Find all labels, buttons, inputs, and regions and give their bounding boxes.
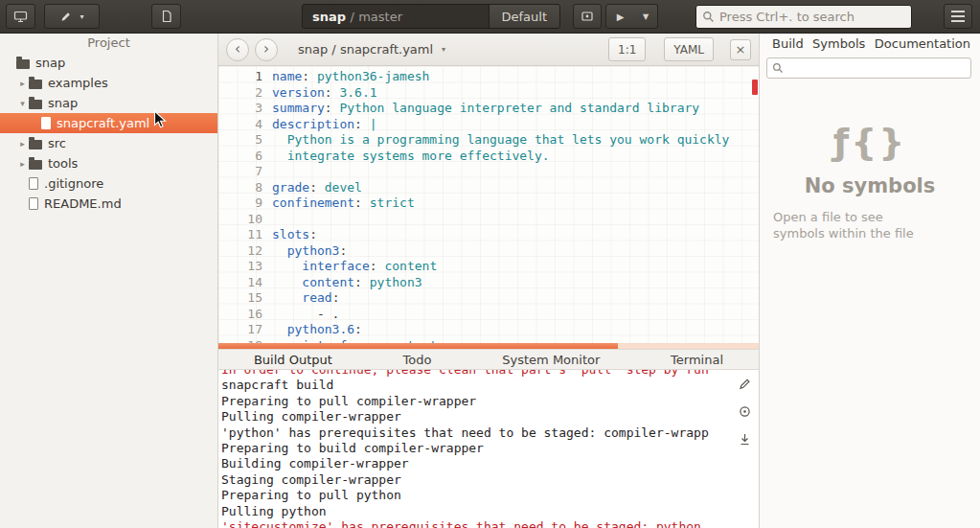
output-line: Pulling python <box>221 504 730 519</box>
output-line: Preparing to pull compiler-wrapper <box>221 394 730 409</box>
build-output-panel[interactable]: In order to continue, please clean that … <box>218 370 759 528</box>
line-number: 1 <box>218 69 262 85</box>
nav-back-button[interactable]: ‹ <box>226 38 249 61</box>
open-file-dropdown[interactable]: snap / snapcraft.yaml ▾ <box>289 38 454 60</box>
output-line: 'python' has prerequisites that need to … <box>221 425 730 441</box>
line-number: 4 <box>218 117 262 133</box>
chevron-down-icon: ▾ <box>80 12 83 21</box>
tree-item-snap[interactable]: snap <box>0 53 217 73</box>
tree-item--gitignore[interactable]: .gitignore <box>0 173 217 194</box>
code-line: summary: Python language interpreter and… <box>272 101 749 117</box>
symbols-search-input[interactable] <box>788 61 966 76</box>
code-line: content: python3 <box>272 275 749 291</box>
symbols-panel: BuildSymbolsDocumentation ƒ{} No symbols… <box>759 34 980 528</box>
tab-symbols[interactable]: Symbols <box>812 36 865 51</box>
search-icon <box>772 62 784 74</box>
display-icon <box>13 11 28 23</box>
file-tree: snap▸examples▾snapsnapcraft.yaml▸src▸too… <box>0 53 217 214</box>
run-button[interactable]: ▶ <box>605 4 635 29</box>
tab-todo[interactable]: Todo <box>398 353 438 367</box>
tree-item-tools[interactable]: ▸tools <box>0 153 217 173</box>
code-content[interactable]: name: python36-jameshversion: 3.6.1summa… <box>272 69 749 343</box>
workspace-button[interactable] <box>6 4 35 29</box>
bottom-panel-tabs: Build OutputTodoSystem MonitorTerminal <box>218 349 759 370</box>
tree-item-examples[interactable]: ▸examples <box>0 73 217 93</box>
symbols-search[interactable] <box>766 57 971 79</box>
editor-tabbar: ‹ › snap / snapcraft.yaml ▾ 1:1 YAML × <box>218 34 759 66</box>
chevron-down-icon: ▾ <box>442 45 445 54</box>
sidebar-title: Project <box>0 34 217 51</box>
output-line: Pulling compiler-wrapper <box>221 409 730 425</box>
save-log-button[interactable] <box>737 431 752 447</box>
folder-icon <box>29 160 42 170</box>
device-selector-button[interactable] <box>573 4 602 29</box>
project-name: snap <box>312 10 346 24</box>
tab-build-output[interactable]: Build Output <box>248 353 338 367</box>
output-line: snapcraft build <box>221 378 730 393</box>
omnibar[interactable]: snap / master Default <box>302 4 560 29</box>
symbols-empty-state: ƒ{} No symbols Open a file to see symbol… <box>760 121 980 241</box>
output-line: Preparing to pull python <box>221 488 730 503</box>
build-output-text: In order to continue, please clean that … <box>221 370 730 528</box>
run-options-button[interactable]: ▼ <box>634 4 658 29</box>
record-button[interactable] <box>737 403 752 419</box>
menu-button[interactable] <box>944 4 972 29</box>
code-line: description: | <box>272 117 749 133</box>
download-icon <box>738 432 752 447</box>
global-search-input[interactable] <box>719 10 905 24</box>
pencil-icon <box>59 11 72 23</box>
nav-forward-button[interactable]: › <box>255 38 278 61</box>
chevron-right-icon[interactable]: ▸ <box>16 139 29 149</box>
chevron-down-icon[interactable]: ▾ <box>16 99 29 108</box>
code-line: python3: <box>272 243 749 260</box>
tab-build[interactable]: Build <box>772 36 804 51</box>
tree-item-src[interactable]: ▸src <box>0 133 217 153</box>
file-icon <box>29 197 38 210</box>
code-line: version: 3.6.1 <box>272 85 749 102</box>
chevron-down-icon: ▼ <box>643 12 649 21</box>
tree-item-label: tools <box>48 156 78 171</box>
tree-item-label: examples <box>48 76 108 90</box>
tree-item-label: snapcraft.yaml <box>57 116 149 130</box>
right-panel-tabs: BuildSymbolsDocumentation <box>760 34 980 51</box>
output-line: Staging compiler-wrapper <box>221 472 730 488</box>
tree-item-label: snap <box>48 96 78 110</box>
code-line: - . <box>272 307 749 323</box>
chevron-right-icon[interactable]: ▸ <box>16 159 29 169</box>
new-document-button[interactable] <box>151 4 181 29</box>
line-number: 7 <box>218 164 262 180</box>
tab-terminal[interactable]: Terminal <box>665 353 729 367</box>
folder-icon <box>29 140 42 149</box>
breadcrumb: snap / master <box>303 10 489 24</box>
build-config-button[interactable]: Default <box>489 5 560 28</box>
language-button[interactable]: YAML <box>664 37 714 61</box>
folder-icon <box>29 80 42 89</box>
tab-documentation[interactable]: Documentation <box>875 36 970 51</box>
close-editor-button[interactable]: × <box>730 39 751 60</box>
tab-system-monitor[interactable]: System Monitor <box>496 353 605 367</box>
global-search[interactable] <box>695 5 912 29</box>
output-toolbar <box>730 370 759 528</box>
tree-item-snap[interactable]: ▾snap <box>0 93 217 113</box>
line-number: 9 <box>218 195 262 212</box>
code-editor[interactable]: 123456789101112131415161718 name: python… <box>218 66 759 343</box>
header-bar: ▾ snap / master Default ▶ ▼ <box>0 0 980 34</box>
cursor-position-button[interactable]: 1:1 <box>608 37 646 61</box>
line-number: 14 <box>218 275 262 291</box>
tree-item-snapcraft-yaml[interactable]: snapcraft.yaml <box>0 113 217 133</box>
line-number: 5 <box>218 132 262 149</box>
chevron-right-icon[interactable]: ▸ <box>16 79 29 88</box>
pen-button[interactable] <box>737 376 752 391</box>
empty-state-title: No symbols <box>760 174 980 197</box>
circle-icon <box>738 404 752 419</box>
tree-item-readme-md[interactable]: README.md <box>0 194 217 214</box>
folder-icon <box>29 100 42 109</box>
line-number: 15 <box>218 290 262 307</box>
folder-icon <box>16 59 30 69</box>
code-line: name: python36-jamesh <box>272 69 749 85</box>
code-line: Python is a programming language that le… <box>272 132 749 149</box>
edit-mode-button[interactable]: ▾ <box>44 4 100 29</box>
hamburger-icon <box>951 15 965 17</box>
branch-name: master <box>358 10 402 24</box>
line-number: 10 <box>218 212 262 228</box>
